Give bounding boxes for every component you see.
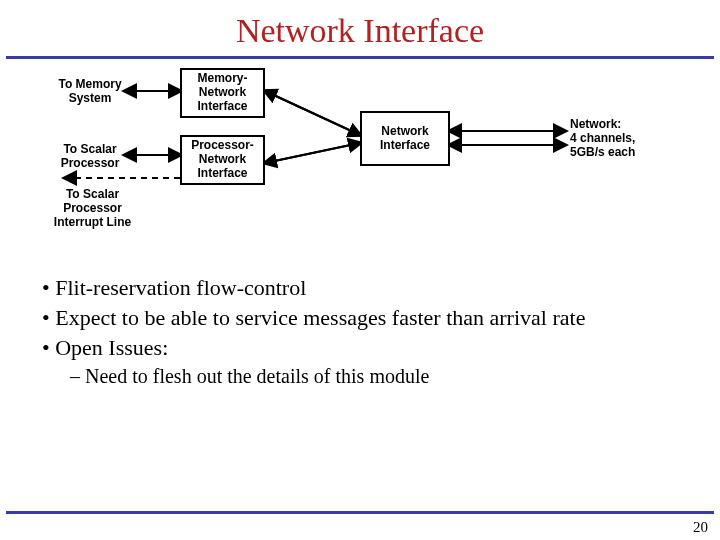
- box-memory-network-interface: Memory- Network Interface: [180, 68, 265, 118]
- box-network-interface: Network Interface: [360, 111, 450, 166]
- page-number: 20: [693, 519, 708, 536]
- label-to-scalar: To Scalar Processor: [50, 143, 130, 171]
- page-title: Network Interface: [0, 0, 720, 56]
- label-to-memory: To Memory System: [50, 78, 130, 106]
- bullet-item: Open Issues:: [42, 335, 698, 361]
- subbullet-list: Need to flesh out the details of this mo…: [70, 365, 720, 388]
- subbullet-item: Need to flesh out the details of this mo…: [70, 365, 720, 388]
- bullet-item: Expect to be able to service messages fa…: [42, 305, 698, 331]
- footer-rule: [6, 511, 714, 514]
- slide: Network Interface: [0, 0, 720, 540]
- label-to-irq: To Scalar Processor Interrupt Line: [50, 188, 135, 229]
- svg-line-6: [265, 91, 360, 135]
- bullet-list: Flit-reservation flow-control Expect to …: [42, 275, 698, 361]
- bullet-item: Flit-reservation flow-control: [42, 275, 698, 301]
- box-processor-network-interface: Processor- Network Interface: [180, 135, 265, 185]
- label-network-info: Network: 4 channels, 5GB/s each: [570, 118, 660, 159]
- svg-line-8: [265, 143, 360, 163]
- title-rule: [6, 56, 714, 59]
- block-diagram: To Memory System To Scalar Processor To …: [10, 63, 710, 263]
